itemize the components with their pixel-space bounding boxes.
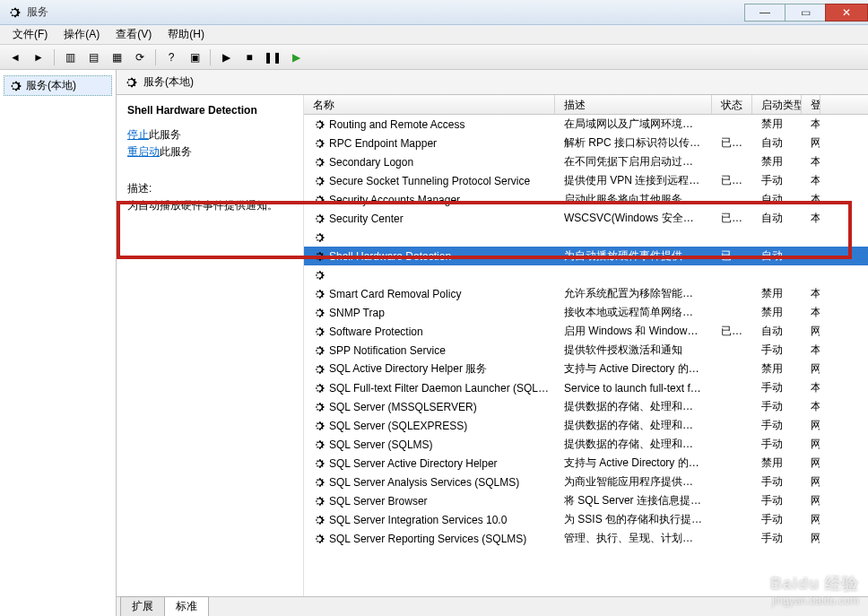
column-headers: 名称 描述 状态 启动类型 登 <box>304 95 868 115</box>
gear-icon <box>313 250 326 263</box>
service-name: Secure Socket Tunneling Protocol Service <box>329 175 530 187</box>
service-row[interactable]: Shell Hardware Detection为自动播放硬件事件提供通知。已启… <box>304 247 868 265</box>
gear-icon <box>313 457 326 470</box>
service-logon: 网 <box>802 324 820 339</box>
gear-icon <box>313 175 326 187</box>
menu-help[interactable]: 帮助(H) <box>161 25 212 44</box>
menu-action[interactable]: 操作(A) <box>56 25 107 44</box>
service-row[interactable]: SQL Server (SQLMS)提供数据的存储、处理和受控…手动网 <box>304 435 868 454</box>
gear-icon <box>313 194 326 206</box>
app-icon <box>7 5 22 20</box>
service-row[interactable]: SQL Server Analysis Services (SQLMS)为商业智… <box>304 473 868 491</box>
service-list[interactable]: Routing and Remote Access在局域网以及广域网环境中为…禁… <box>304 115 868 596</box>
service-logon: 网 <box>802 474 820 490</box>
service-logon: 网 <box>802 531 820 546</box>
service-name: Shell Hardware Detection <box>329 250 451 263</box>
service-desc: 支持与 Active Directory 的集成 <box>555 361 712 377</box>
gear-icon <box>313 495 326 508</box>
service-name: SQL Server Active Directory Helper <box>329 457 498 470</box>
stop-link[interactable]: 停止 <box>127 128 149 141</box>
service-desc: 为自动播放硬件事件提供通知。 <box>555 248 712 264</box>
service-row[interactable]: Routing and Remote Access在局域网以及广域网环境中为…禁… <box>304 115 868 134</box>
service-name: SPP Notification Service <box>329 344 446 357</box>
service-logon: 本 <box>802 173 820 188</box>
action-button[interactable]: ▣ <box>185 48 204 67</box>
service-row[interactable]: SQL Server Integration Services 10.0为 SS… <box>304 510 868 529</box>
gear-icon <box>313 156 326 169</box>
gear-icon <box>8 79 22 93</box>
service-name: Security Accounts Manager <box>329 194 460 206</box>
service-name: SQL Server Integration Services 10.0 <box>329 514 507 526</box>
description-value: 为自动播放硬件事件提供通知。 <box>127 198 292 213</box>
title-bar: 服务 — ▭ ✕ <box>0 0 868 25</box>
menu-file[interactable]: 文件(F) <box>5 25 55 44</box>
service-row[interactable]: SQL Server Browser将 SQL Server 连接信息提供…手动… <box>304 491 868 510</box>
service-startup: 自动 <box>752 248 802 264</box>
show-hide-tree-button[interactable]: ▥ <box>60 48 80 67</box>
forward-button[interactable]: ► <box>29 48 48 67</box>
view-tabs: 扩展 标准 <box>117 596 868 616</box>
service-startup: 自动 <box>752 324 802 339</box>
col-status[interactable]: 状态 <box>712 95 752 114</box>
start-service-button[interactable]: ▶ <box>216 48 236 67</box>
service-row[interactable]: Software Protection启用 Windows 和 Windows … <box>304 322 868 341</box>
service-row[interactable]: Secondary Logon在不同凭据下启用启动过程。…禁用本 <box>304 152 868 171</box>
service-row[interactable]: Security CenterWSCSVC(Windows 安全中心…已启动自动… <box>304 209 868 228</box>
pause-service-button[interactable]: ❚❚ <box>263 48 282 67</box>
tree-root-services[interactable]: 服务(本地) <box>4 75 112 96</box>
service-name: Smart Card Removal Policy <box>329 288 461 300</box>
col-logon[interactable]: 登 <box>802 95 820 114</box>
tree-root-label: 服务(本地) <box>26 78 76 93</box>
stop-service-button[interactable]: ■ <box>239 48 259 67</box>
service-row[interactable]: SQL Server Active Directory Helper支持与 Ac… <box>304 454 868 473</box>
col-description[interactable]: 描述 <box>555 95 712 114</box>
service-row[interactable]: RPC Endpoint Mapper解析 RPC 接口标识符以传输…已启动自动… <box>304 134 868 152</box>
service-logon: 网 <box>802 512 820 527</box>
service-row[interactable]: SNMP Trap接收本地或远程简单网络管理…禁用本 <box>304 303 868 322</box>
service-row[interactable] <box>304 265 868 284</box>
gear-icon <box>313 420 326 432</box>
service-desc: 解析 RPC 接口标识符以传输… <box>555 135 712 151</box>
service-desc: 支持与 Active Directory 的集… <box>555 455 712 471</box>
service-startup: 手动 <box>752 418 802 433</box>
service-startup: 手动 <box>752 531 802 546</box>
menu-view[interactable]: 查看(V) <box>108 25 159 44</box>
service-row[interactable]: SQL Active Directory Helper 服务支持与 Active… <box>304 360 868 378</box>
content-header: 服务(本地) <box>117 70 868 95</box>
service-row[interactable]: Smart Card Removal Policy允许系统配置为移除智能卡时…禁… <box>304 284 868 303</box>
service-desc: Service to launch full-text fil… <box>555 382 712 395</box>
export-button[interactable]: ▦ <box>107 48 126 67</box>
service-logon: 本 <box>802 305 820 320</box>
gear-icon <box>313 533 326 545</box>
selected-service-name: Shell Hardware Detection <box>127 104 292 117</box>
restart-link[interactable]: 重启动 <box>127 145 160 158</box>
help-button[interactable]: ? <box>161 48 181 67</box>
service-status: 已启动 <box>712 211 752 226</box>
service-desc: 提供软件授权激活和通知 <box>555 343 712 358</box>
service-startup: 手动 <box>752 493 802 508</box>
tab-standard[interactable]: 标准 <box>164 596 209 616</box>
restart-service-button[interactable]: ▶ <box>286 48 306 67</box>
service-startup: 手动 <box>752 343 802 358</box>
tab-extended[interactable]: 扩展 <box>120 596 165 616</box>
service-row[interactable] <box>304 228 868 247</box>
service-row[interactable]: SQL Server Reporting Services (SQLMS)管理、… <box>304 529 868 548</box>
service-status: 已启动 <box>712 173 752 188</box>
tree-pane: 服务(本地) <box>0 70 117 616</box>
col-startup[interactable]: 启动类型 <box>752 95 802 114</box>
minimize-button[interactable]: — <box>744 4 786 22</box>
refresh-button[interactable]: ⟳ <box>130 48 150 67</box>
back-button[interactable]: ◄ <box>5 48 25 67</box>
service-startup: 禁用 <box>752 455 802 471</box>
service-row[interactable]: Security Accounts Manager启动此服务将向其他服务发出…自… <box>304 190 868 209</box>
service-row[interactable]: Secure Socket Tunneling Protocol Service… <box>304 171 868 190</box>
close-button[interactable]: ✕ <box>825 4 868 22</box>
maximize-button[interactable]: ▭ <box>785 4 826 22</box>
gear-icon <box>313 213 326 225</box>
col-name[interactable]: 名称 <box>304 95 555 114</box>
service-row[interactable]: SQL Full-text Filter Daemon Launcher (SQ… <box>304 378 868 397</box>
properties-button[interactable]: ▤ <box>83 48 103 67</box>
service-row[interactable]: SQL Server (MSSQLSERVER)提供数据的存储、处理和受控…手动… <box>304 397 868 416</box>
service-row[interactable]: SQL Server (SQLEXPRESS)提供数据的存储、处理和受控…手动网 <box>304 416 868 435</box>
service-row[interactable]: SPP Notification Service提供软件授权激活和通知手动本 <box>304 341 868 360</box>
